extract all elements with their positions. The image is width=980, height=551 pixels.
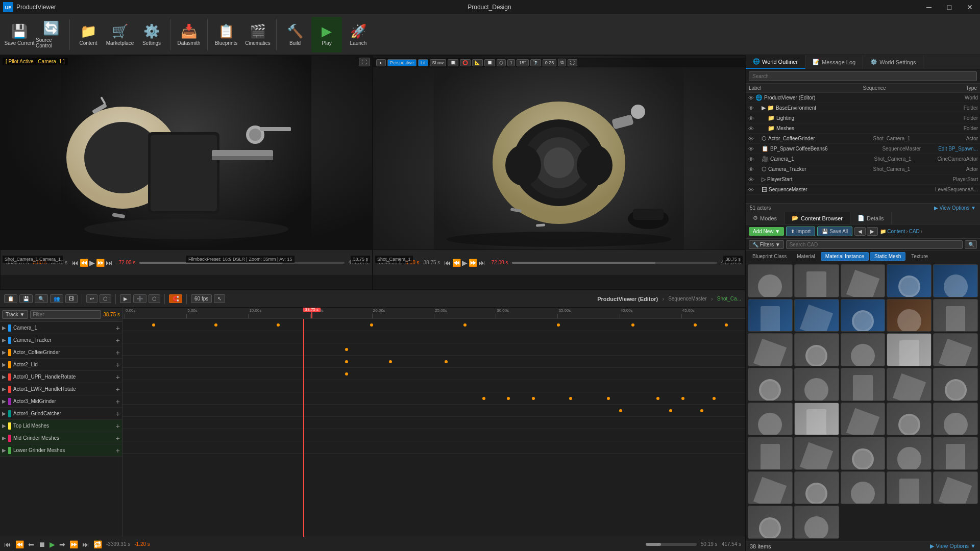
vp2-show-btn[interactable]: Show: [430, 59, 447, 66]
vp2-skipend-btn[interactable]: ⏭: [478, 259, 485, 267]
track-add-lwr[interactable]: +: [116, 385, 120, 393]
content-button[interactable]: 📁 Content: [73, 17, 104, 53]
tab-content-browser[interactable]: 📂 Content Browser: [785, 212, 850, 224]
outliner-search-input[interactable]: [749, 71, 977, 81]
seq-cursor-btn[interactable]: ↖: [214, 294, 225, 303]
seq-bot-end-btn[interactable]: ⏭: [82, 540, 89, 548]
vp1-expand-btn[interactable]: ⛶: [359, 58, 370, 66]
track-add-camera1[interactable]: +: [116, 324, 120, 332]
track-midgrinder[interactable]: ▶ Actor3_MidGrinder +: [0, 395, 122, 408]
seq-bot-start-btn[interactable]: ⏮: [4, 540, 11, 548]
vp2-mode-btn2[interactable]: ⭕: [460, 59, 471, 66]
outliner-item-meshes[interactable]: 👁 📁 Meshes Folder: [746, 123, 980, 134]
vp2-angle[interactable]: 15°: [517, 59, 529, 66]
seq-bot-prev-btn[interactable]: ⬅: [28, 540, 34, 548]
asset-item-a19[interactable]: Handle_1: [887, 368, 932, 401]
filter-tab-material-instance[interactable]: Material Instance: [821, 252, 869, 261]
source-control-button[interactable]: 🔄 Source Control: [36, 17, 66, 53]
track-add-catch[interactable]: +: [116, 410, 120, 418]
seq-breadcrumb1[interactable]: SequenceMaster: [668, 296, 707, 302]
vp2-skipstart-btn[interactable]: ⏮: [444, 259, 451, 267]
vp2-zoom-val[interactable]: 0.25: [543, 59, 557, 66]
track-expand-lid[interactable]: ▶: [2, 362, 6, 367]
asset-item-a7[interactable]: CG_Barrel_ Upper_1: [794, 299, 839, 332]
asset-item-a18[interactable]: HandleSpud Lock_1_1: [841, 368, 886, 401]
outliner-item-world[interactable]: 👁 🌐 ProductViewer (Editor) World: [746, 93, 980, 103]
asset-item-a32[interactable]: OBJ_Small Screw: [794, 471, 839, 505]
asset-item-a17[interactable]: HandlePlug Plastic_1: [794, 368, 839, 401]
asset-item-a37[interactable]: Washer_ Spring Retainer_1: [794, 506, 839, 539]
seq-play-btn2[interactable]: ▶: [120, 294, 131, 303]
track-add-toplid[interactable]: +: [116, 422, 120, 430]
eye-camtrack[interactable]: 👁: [748, 166, 754, 172]
launch-button[interactable]: 🚀 Launch: [343, 17, 374, 53]
asset-item-a8[interactable]: CG_Barrel_ Upper_Lid_1: [841, 299, 886, 332]
track-top-lid-group[interactable]: ▶ Top Lid Meshes +: [0, 420, 122, 432]
asset-item-a35[interactable]: SnapRing...: [933, 471, 978, 505]
seq-users-btn[interactable]: 👥: [50, 294, 63, 303]
eye-baseenv[interactable]: 👁: [748, 105, 754, 111]
eye-lighting[interactable]: 👁: [748, 115, 754, 121]
track-actor2lid[interactable]: ▶ Actor2_Lid +: [0, 359, 122, 371]
outliner-item-lighting[interactable]: 👁 📁 Lighting Folder: [746, 113, 980, 123]
tab-modes[interactable]: ⚙ Modes: [746, 212, 785, 224]
cinematics-button[interactable]: 🎬 Cinematics: [242, 17, 273, 53]
vp2-maximize-btn[interactable]: ⛶: [568, 59, 577, 66]
vp2-perspective-btn[interactable]: Perspective: [387, 59, 416, 66]
asset-item-a6[interactable]: CG_Barrel_ Lower_1: [748, 299, 793, 332]
tab-world-settings[interactable]: ⚙️ World Settings: [863, 55, 923, 69]
blueprints-button[interactable]: 📋 Blueprints: [211, 17, 241, 53]
vp2-stepback-btn[interactable]: ⏪: [452, 259, 461, 267]
track-expand-catch[interactable]: ▶: [2, 411, 6, 416]
seq-scroll-bar[interactable]: [646, 543, 697, 546]
asset-item-a21[interactable]: LidLockTop Plastic_1: [748, 403, 793, 436]
asset-item-a22[interactable]: LowerTrap_1: [794, 403, 839, 436]
asset-item-a15[interactable]: FlatWasher_1: [933, 333, 978, 366]
outliner-item-grinder[interactable]: 👁 ⬡ Actor_CoffeeGrinder Shot_Camera_1 Ac…: [746, 134, 980, 144]
cb-save-all-btn[interactable]: 💾 Save All: [817, 227, 852, 236]
vp2-layout-btn[interactable]: ⧉: [558, 59, 566, 66]
vp2-mode-btn3[interactable]: 📐: [472, 59, 483, 66]
close-button[interactable]: ✕: [960, 0, 980, 14]
seq-undo-btn[interactable]: ↩: [86, 294, 97, 303]
eye-meshes[interactable]: 👁: [748, 126, 754, 132]
asset-item-a23[interactable]: LowerTrap Retainer_1: [841, 403, 886, 436]
track-expand-toplid[interactable]: ▶: [2, 423, 6, 429]
marketplace-button[interactable]: 🛒 Marketplace: [105, 17, 135, 53]
asset-item-a26[interactable]: OBJ_Burr GrinderRotor Stator: [748, 437, 793, 470]
vp2-playback-controls[interactable]: ⏮ ⏪ ▶ ⏩ ⏭: [444, 259, 485, 267]
cb-view-options-btn[interactable]: ▶ View Options ▼: [930, 543, 976, 549]
eye-grinder[interactable]: 👁: [748, 136, 754, 142]
seq-bot-play2-btn[interactable]: ▶: [50, 540, 55, 548]
cb-content-label[interactable]: Content: [887, 229, 905, 234]
seq-track-dropdown[interactable]: Track ▼: [2, 310, 28, 319]
cb-search-btn[interactable]: 🔍: [965, 240, 977, 249]
seq-mode-btn[interactable]: ⬡: [100, 294, 111, 303]
seq-add-btn[interactable]: ➕: [133, 294, 146, 303]
seq-render-btn[interactable]: 🎞: [65, 294, 78, 303]
vp2-lit-btn[interactable]: Lit: [418, 59, 428, 66]
track-expand-mid[interactable]: ▶: [2, 398, 6, 404]
track-expand-lwr[interactable]: ▶: [2, 386, 6, 392]
seq-timeline[interactable]: 0.00s 5.00s 10.00s 15.00s 20.00s 25.00s …: [122, 308, 745, 537]
vp2-mode-btn6[interactable]: 1: [507, 59, 515, 66]
track-mid-mesh-group[interactable]: ▶ Mid Grinder Meshes +: [0, 432, 122, 444]
cb-search-input[interactable]: [786, 240, 963, 249]
track-expand-camera1[interactable]: ▶: [2, 325, 6, 331]
seq-sel-btn[interactable]: ⬡: [149, 294, 160, 303]
vp1-skipend-btn[interactable]: ⏭: [106, 259, 113, 267]
vp2-mode-btn1[interactable]: 🔲: [448, 59, 458, 66]
asset-item-a10[interactable]: Cut- Extrude2_2: [933, 299, 978, 332]
vp1-stepback-btn[interactable]: ⏪: [80, 259, 88, 267]
eye-beans[interactable]: 👁: [748, 146, 754, 152]
track-add-tracker[interactable]: +: [116, 336, 120, 344]
save-button[interactable]: 💾 Save Current: [4, 17, 35, 53]
filter-tab-static-mesh[interactable]: Static Mesh: [870, 252, 905, 261]
track-grindcatcher[interactable]: ▶ Actor4_GrindCatcher +: [0, 408, 122, 420]
track-expand-midmesh[interactable]: ▶: [2, 435, 6, 441]
asset-item-a2[interactable]: BurrGrinder Stator_1: [794, 264, 839, 297]
outliner-item-playerstart[interactable]: 👁 ▷ PlayerStart PlayerStart: [746, 174, 980, 185]
seq-save-btn[interactable]: 💾: [19, 294, 33, 303]
asset-item-a14[interactable]: DriveShaft_1: [887, 333, 932, 366]
asset-item-a31[interactable]: OBJ_Handle SpudLock: [748, 471, 793, 505]
